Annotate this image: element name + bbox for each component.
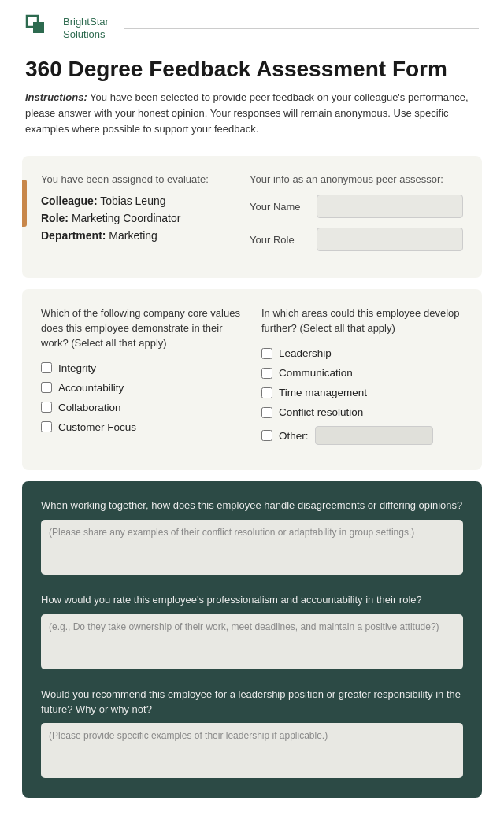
your-name-field: Your Name bbox=[250, 195, 463, 218]
evaluee-right: Your info as an anonymous peer assessor:… bbox=[250, 173, 463, 261]
evaluee-left-label: You have been assigned to evaluate: bbox=[41, 173, 234, 185]
checkbox-accountability-input[interactable] bbox=[41, 382, 52, 393]
open-question-3: Would you recommend this employee for a … bbox=[41, 687, 463, 781]
checkbox-collaboration: Collaboration bbox=[41, 402, 243, 413]
peer-assessor-label: Your info as an anonymous peer assessor: bbox=[250, 173, 463, 185]
logo-icon bbox=[25, 14, 54, 43]
checkbox-integrity: Integrity bbox=[41, 362, 243, 374]
page-title: 360 Degree Feedback Assessment Form bbox=[25, 57, 479, 82]
open-question-1-text: When working together, how does this emp… bbox=[41, 498, 463, 513]
checkbox-communication: Communication bbox=[261, 367, 463, 379]
checkbox-communication-label: Communication bbox=[279, 367, 353, 379]
evaluee-info: Colleague: Tobias Leung Role: Marketing … bbox=[41, 195, 234, 242]
open-question-1: When working together, how does this emp… bbox=[41, 498, 463, 577]
evaluee-card: You have been assigned to evaluate: Coll… bbox=[22, 156, 482, 278]
checkbox-collaboration-label: Collaboration bbox=[58, 402, 121, 413]
open-question-2: How would you rate this employee's profe… bbox=[41, 593, 463, 672]
your-role-label: Your Role bbox=[250, 234, 309, 246]
core-values-question: Which of the following company core valu… bbox=[41, 306, 243, 351]
core-values-section: Which of the following company core valu… bbox=[41, 306, 243, 453]
page-wrapper: BrightStar Solutions 360 Degree Feedback… bbox=[0, 0, 504, 798]
checkbox-leadership-input[interactable] bbox=[261, 348, 272, 359]
checkbox-customer-focus: Customer Focus bbox=[41, 421, 243, 433]
checkbox-accountability: Accountability bbox=[41, 382, 243, 394]
header-line bbox=[124, 28, 479, 29]
department-value: Marketing bbox=[109, 229, 157, 242]
role-value: Marketing Coordinator bbox=[72, 212, 181, 224]
logo-text: BrightStar Solutions bbox=[63, 16, 109, 40]
checkbox-other: Other: bbox=[261, 426, 463, 445]
instructions: Instructions: You have been selected to … bbox=[25, 90, 479, 137]
open-questions-section: When working together, how does this emp… bbox=[22, 481, 482, 798]
open-question-1-textarea[interactable] bbox=[41, 520, 463, 575]
checkboxes-card: Which of the following company core valu… bbox=[22, 289, 482, 470]
checkbox-conflict-resolution-input[interactable] bbox=[261, 407, 272, 418]
colleague-label: Colleague: bbox=[41, 195, 98, 207]
checkbox-time-management-label: Time management bbox=[279, 387, 367, 398]
checkbox-time-management-input[interactable] bbox=[261, 387, 272, 398]
open-question-2-textarea[interactable] bbox=[41, 614, 463, 669]
open-question-3-textarea[interactable] bbox=[41, 723, 463, 778]
other-text-input[interactable] bbox=[315, 426, 433, 445]
colleague-line: Colleague: Tobias Leung bbox=[41, 195, 234, 207]
checkbox-integrity-label: Integrity bbox=[58, 362, 96, 374]
card-accent bbox=[22, 180, 27, 227]
checkbox-communication-input[interactable] bbox=[261, 368, 272, 379]
department-label: Department: bbox=[41, 229, 106, 242]
checkbox-leadership-label: Leadership bbox=[279, 347, 332, 359]
role-line: Role: Marketing Coordinator bbox=[41, 212, 234, 224]
header: BrightStar Solutions bbox=[0, 0, 504, 50]
checkbox-leadership: Leadership bbox=[261, 347, 463, 359]
development-areas-question: In which areas could this employee devel… bbox=[261, 306, 463, 336]
checkbox-collaboration-input[interactable] bbox=[41, 402, 52, 413]
checkbox-time-management: Time management bbox=[261, 387, 463, 398]
open-question-2-text: How would you rate this employee's profe… bbox=[41, 593, 463, 608]
development-areas-section: In which areas could this employee devel… bbox=[261, 306, 463, 453]
svg-rect-1 bbox=[33, 22, 44, 33]
evaluee-left: You have been assigned to evaluate: Coll… bbox=[41, 173, 234, 261]
checkbox-customer-focus-input[interactable] bbox=[41, 421, 52, 432]
role-label: Role: bbox=[41, 212, 69, 224]
checkbox-customer-focus-label: Customer Focus bbox=[58, 421, 136, 433]
checkbox-other-input[interactable] bbox=[261, 430, 272, 441]
your-name-input[interactable] bbox=[317, 195, 463, 218]
title-section: 360 Degree Feedback Assessment Form Inst… bbox=[0, 50, 504, 145]
department-line: Department: Marketing bbox=[41, 229, 234, 242]
checkbox-accountability-label: Accountability bbox=[58, 382, 124, 394]
instructions-text: You have been selected to provide peer f… bbox=[25, 91, 469, 135]
checkbox-conflict-resolution: Conflict resolution bbox=[261, 406, 463, 418]
your-role-input[interactable] bbox=[317, 228, 463, 251]
checkbox-conflict-resolution-label: Conflict resolution bbox=[279, 406, 363, 418]
your-role-field: Your Role bbox=[250, 228, 463, 251]
open-question-3-text: Would you recommend this employee for a … bbox=[41, 687, 463, 717]
instructions-bold: Instructions: bbox=[25, 91, 87, 103]
colleague-value: Tobias Leung bbox=[100, 195, 165, 207]
checkbox-integrity-input[interactable] bbox=[41, 362, 52, 373]
checkbox-other-label: Other: bbox=[279, 430, 309, 442]
your-name-label: Your Name bbox=[250, 201, 309, 213]
